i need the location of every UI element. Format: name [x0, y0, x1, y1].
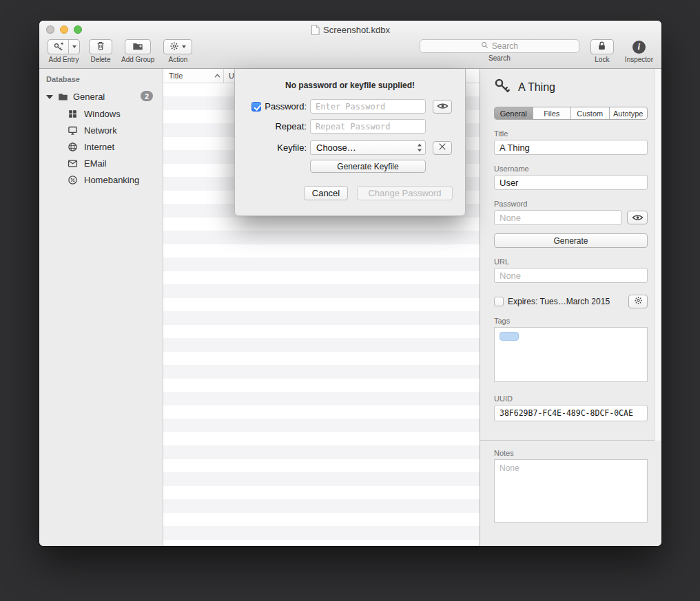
window-title-area: Screenshot.kdbx — [39, 21, 661, 39]
gear-icon — [169, 41, 179, 53]
titlebar[interactable]: Screenshot.kdbx — [39, 21, 661, 39]
column-header-title[interactable]: Title — [163, 69, 224, 83]
dialog-repeat-input[interactable] — [310, 119, 426, 134]
inspector-entry-header: A Thing — [494, 77, 648, 98]
trash-icon — [96, 41, 105, 53]
tab-autotype[interactable]: Autotype — [610, 107, 648, 119]
inspector-panel: A Thing General Files Custom Autotype Ti… — [480, 69, 661, 546]
tag-token[interactable] — [500, 332, 519, 341]
reveal-password-button[interactable] — [627, 211, 648, 224]
sort-ascending-icon — [214, 74, 220, 78]
inspector-tabs: General Files Custom Autotype — [494, 107, 648, 120]
dialog-repeat-label: Repeat: — [275, 121, 307, 131]
search-label: Search — [488, 54, 511, 62]
dialog-password-row: Password: — [235, 99, 452, 114]
generate-password-button[interactable]: Generate — [494, 233, 648, 248]
password-field[interactable] — [494, 210, 621, 225]
percent-coin-icon — [68, 175, 78, 185]
dialog-keyfile-label: Keyfile: — [277, 143, 307, 153]
toolbar: Add Entry Delete Add Group — [39, 39, 661, 69]
macpass-window: Screenshot.kdbx Add Entry D — [39, 21, 661, 546]
traffic-lights — [46, 25, 82, 34]
sidebar-item-email[interactable]: EMail — [39, 155, 163, 171]
window-header: Screenshot.kdbx Add Entry D — [39, 21, 661, 69]
username-field-label: Username — [494, 165, 648, 173]
inspector-button[interactable]: i — [627, 39, 650, 54]
sidebar: Database General 2 Windows Network — [39, 69, 163, 546]
keyfile-popup-value: Choose… — [316, 143, 356, 153]
action-label: Action — [168, 56, 187, 63]
notes-label: Notes — [494, 449, 648, 457]
expires-settings-button[interactable] — [628, 295, 648, 308]
search-icon — [481, 41, 488, 51]
expires-checkbox[interactable] — [494, 297, 504, 306]
disclosure-triangle-icon[interactable] — [46, 95, 53, 99]
column-header-username[interactable]: U — [224, 69, 234, 83]
delete-button[interactable] — [89, 39, 112, 54]
search-input[interactable]: Search — [420, 39, 579, 53]
change-password-button[interactable]: Change Password — [357, 186, 453, 200]
password-row — [494, 210, 648, 225]
dialog-keyfile-row: Keyfile: Choose… — [235, 140, 452, 155]
minimize-button[interactable] — [60, 25, 68, 34]
globe-icon — [68, 142, 78, 152]
add-group-label: Add Group — [121, 56, 154, 63]
sidebar-item-label: EMail — [84, 158, 107, 169]
popup-stepper-icon — [417, 143, 422, 153]
close-button[interactable] — [46, 25, 54, 34]
tags-label: Tags — [494, 317, 648, 325]
close-icon — [438, 143, 446, 153]
column-username-label: U — [229, 72, 234, 80]
generate-keyfile-button[interactable]: Generate Keyfile — [310, 160, 426, 173]
username-field[interactable] — [494, 175, 648, 190]
add-entry-button[interactable] — [48, 39, 80, 54]
chevron-down-icon — [72, 45, 76, 48]
eye-icon — [437, 101, 449, 112]
sidebar-item-internet[interactable]: Internet — [39, 138, 163, 155]
password-checkbox[interactable] — [251, 102, 261, 112]
title-field-label: Title — [494, 129, 648, 138]
add-group-button[interactable] — [125, 39, 151, 54]
dialog-reveal-password-button[interactable] — [433, 100, 452, 114]
add-entry-dropdown[interactable] — [69, 40, 79, 54]
action-button[interactable] — [163, 39, 192, 54]
url-field[interactable] — [494, 268, 648, 283]
sidebar-item-label: Homebanking — [84, 175, 139, 185]
tab-files[interactable]: Files — [533, 107, 572, 119]
notes-field[interactable] — [494, 459, 648, 523]
column-title-label: Title — [169, 72, 183, 80]
inspector-scrollbar[interactable] — [655, 69, 661, 441]
chevron-down-icon — [182, 45, 186, 48]
url-field-label: URL — [494, 257, 648, 266]
expires-row: Expires: Tues…March 2015 — [494, 295, 648, 308]
keyfile-popup-button[interactable]: Choose… — [310, 140, 426, 155]
dialog-repeat-row: Repeat: — [235, 119, 426, 134]
window-title: Screenshot.kdbx — [323, 25, 390, 35]
sidebar-item-network[interactable]: Network — [39, 122, 163, 138]
add-entry-label: Add Entry — [49, 56, 79, 63]
cancel-button[interactable]: Cancel — [304, 186, 348, 200]
dialog-password-label: Password: — [265, 101, 307, 112]
document-icon — [311, 25, 320, 35]
monitor-icon — [68, 125, 78, 136]
tab-general[interactable]: General — [495, 107, 533, 119]
sidebar-item-windows[interactable]: Windows — [39, 105, 163, 122]
key-icon — [494, 78, 511, 97]
lock-icon — [597, 41, 606, 53]
sidebar-group-general[interactable]: General 2 — [39, 88, 163, 105]
tab-custom[interactable]: Custom — [571, 107, 610, 119]
dialog-password-input[interactable] — [310, 99, 426, 114]
title-field[interactable] — [494, 140, 648, 155]
tags-field[interactable] — [494, 327, 648, 382]
uuid-field[interactable] — [494, 405, 648, 421]
clear-keyfile-button[interactable] — [433, 141, 452, 155]
toolbar-right-group: Search Search Lock i Ins — [420, 39, 653, 63]
lock-button[interactable] — [590, 39, 614, 54]
sidebar-item-label: Windows — [84, 109, 121, 119]
zoom-button[interactable] — [74, 25, 82, 34]
sidebar-item-homebanking[interactable]: Homebanking — [39, 171, 163, 188]
toolbar-item-add-entry: Add Entry — [48, 39, 80, 63]
sidebar-group-label: General — [73, 92, 105, 102]
toolbar-item-delete: Delete — [89, 39, 112, 63]
folder-icon — [58, 92, 68, 102]
